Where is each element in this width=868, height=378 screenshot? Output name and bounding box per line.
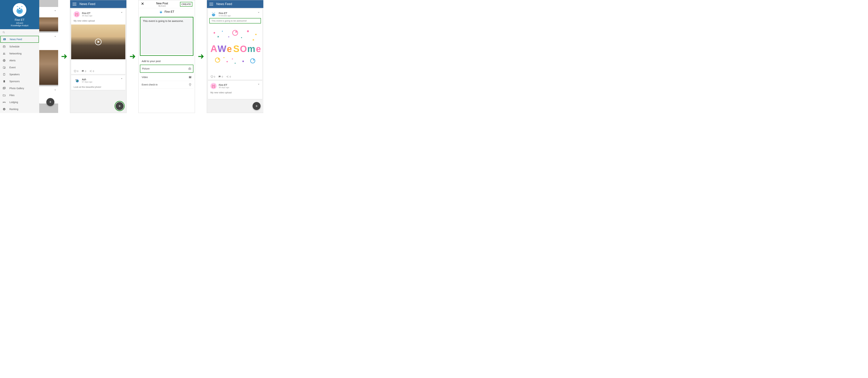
sidebar-item-newsfeed[interactable]: News Feed [0, 36, 39, 43]
folder-icon [2, 93, 6, 97]
comment-button[interactable]: 0 [82, 70, 86, 72]
svg-point-67 [242, 60, 244, 62]
svg-point-63 [250, 59, 255, 63]
chevron-down-icon [54, 9, 56, 12]
sidebar-menu: News Feed Schedule Networking Alerts Eve… [0, 35, 39, 113]
sidebar-item-files[interactable]: Files [0, 92, 39, 99]
share-button[interactable]: 0 [89, 70, 94, 72]
post-image[interactable]: A W e S O m e [208, 25, 262, 73]
post-actions: 0 0 0 [210, 75, 260, 78]
sidebar-item-alerts[interactable]: Alerts [0, 57, 39, 64]
share-icon [89, 70, 92, 72]
chevron-down-icon[interactable] [121, 77, 123, 80]
comment-icon [218, 75, 221, 78]
heart-icon [210, 75, 213, 78]
chevron-down-icon[interactable] [257, 83, 260, 85]
like-button[interactable]: 0 [73, 70, 78, 72]
fab-new-post[interactable]: + [116, 102, 124, 110]
sidebar-item-ranking[interactable]: Ranking [0, 106, 39, 113]
post-body-highlight: This event is going to be awesome! [209, 18, 261, 24]
svg-text:O: O [240, 44, 247, 54]
sidebar-item-photogallery[interactable]: Photo Gallery [0, 85, 39, 92]
sidebar-item-label: Speakers [9, 73, 20, 76]
search-row[interactable] [0, 29, 39, 35]
sidebar: Finn ET InEvent Knowledge Analyst News F… [0, 0, 39, 113]
sidebar-item-label: Alerts [9, 59, 16, 62]
sidebar-item-label: Event [9, 66, 16, 69]
post-body: My new video upload [73, 20, 123, 22]
calendar-icon [2, 45, 6, 48]
sidebar-item-gamification[interactable]: Gamification [0, 113, 39, 113]
add-to-post-label: Add to your post [138, 57, 195, 64]
sidebar-item-networking[interactable]: Networking [0, 50, 39, 57]
clapper-icon [189, 76, 192, 79]
sidebar-item-schedule[interactable]: Schedule [0, 43, 39, 50]
feed: Finn ET 36 days ago My new video upload … [70, 8, 126, 113]
search-icon [2, 31, 5, 34]
chevron-down-icon [54, 35, 56, 37]
sidebar-item-event[interactable]: Event [0, 64, 39, 71]
share-button[interactable]: 0 [226, 75, 231, 78]
chevron-down-icon [54, 89, 56, 91]
like-button[interactable]: 0 [210, 75, 215, 78]
sidebar-item-speakers[interactable]: Speakers [0, 71, 39, 78]
bed-icon [2, 100, 6, 104]
sidebar-panel: Finn ET InEvent Knowledge Analyst News F… [0, 0, 58, 113]
close-button[interactable]: ✕ [141, 2, 144, 6]
post-textarea[interactable]: This event is going to be awesome. [141, 18, 192, 54]
avatar[interactable] [210, 11, 217, 18]
avatar[interactable] [73, 11, 80, 18]
arrow-right-icon [58, 0, 70, 113]
avatar[interactable] [210, 83, 217, 89]
appbar-title: News Feed [216, 2, 232, 6]
profile-block: Finn ET InEvent Knowledge Analyst [0, 0, 39, 29]
svg-point-52 [228, 36, 229, 37]
behind-card [39, 7, 58, 31]
post: Ash 57 days ago Look at this beautiful p… [71, 75, 125, 90]
add-checkin-option[interactable]: Event check-in [140, 81, 193, 88]
new-post-header: ✕ New Post My Event CREATE [138, 0, 195, 8]
hamburger-icon[interactable] [209, 3, 213, 5]
post-textarea-wrap: This event is going to be awesome. [140, 17, 193, 56]
svg-point-46 [214, 32, 215, 33]
sidebar-item-label: Files [9, 94, 14, 97]
post-body: My new video upload [210, 91, 260, 94]
chevron-down-icon[interactable] [257, 11, 260, 13]
bookmark-icon [2, 80, 6, 83]
post-body: Look at this beautiful photo! [73, 86, 123, 88]
add-video-option[interactable]: Video [140, 73, 193, 81]
star-icon [2, 108, 6, 111]
add-picture-option[interactable]: Picture [140, 65, 193, 72]
new-post-author: Finn ET [138, 8, 195, 16]
newsfeed-panel: News Feed Finn ET 36 days ago My new vid… [70, 0, 127, 113]
globe-icon [2, 59, 6, 62]
speaker-icon [2, 72, 6, 76]
sidebar-item-label: News Feed [10, 38, 22, 41]
avatar[interactable] [73, 77, 80, 84]
hamburger-icon[interactable] [72, 3, 76, 5]
behind-card [39, 33, 58, 85]
fab-new-post[interactable]: + [253, 102, 260, 110]
post-time: 36 days ago [82, 14, 92, 17]
svg-point-53 [241, 37, 242, 38]
sidebar-item-sponsors[interactable]: Sponsors [0, 78, 39, 85]
sidebar-item-label: Sponsors [9, 80, 20, 83]
appbar-title: News Feed [80, 2, 95, 6]
avatar[interactable] [13, 3, 26, 17]
post-user: Finn ET [219, 12, 231, 14]
fab-button[interactable]: + [46, 98, 54, 106]
feed-icon [3, 37, 6, 41]
chevron-down-icon[interactable] [121, 11, 123, 13]
post-video[interactable] [71, 25, 125, 59]
profile-name: Finn ET [2, 19, 37, 22]
play-icon [95, 38, 101, 45]
svg-point-66 [235, 63, 236, 64]
post-actions: 0 0 0 [73, 70, 123, 72]
sidebar-item-lodging[interactable]: Lodging [0, 99, 39, 106]
svg-text:m: m [247, 44, 255, 54]
create-button[interactable]: CREATE [180, 2, 192, 7]
sidebar-item-label: Photo Gallery [9, 87, 24, 90]
post-user: Ash [82, 78, 92, 81]
post-user: Finn ET [219, 84, 229, 86]
comment-button[interactable]: 0 [218, 75, 223, 78]
